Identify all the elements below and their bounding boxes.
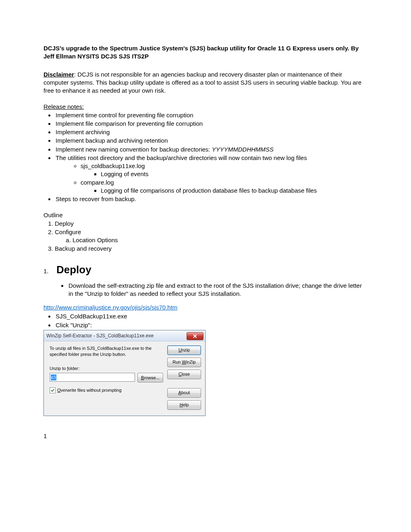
browse-button[interactable]: Browse... — [137, 373, 163, 382]
list-item: Location Options — [73, 236, 367, 244]
list-item: compare.log Logging of file comparisons … — [81, 179, 367, 195]
list-item: The utilities root directory and the bac… — [55, 154, 367, 195]
document-title: DCJS's upgrade to the Spectrum Justice S… — [44, 44, 367, 61]
unzip-button[interactable]: Unzip — [167, 345, 201, 355]
naming-format: YYYYMMDDHHMMSS — [212, 146, 274, 153]
list-item: Click "Unzip": — [55, 321, 367, 329]
dialog-body: To unzip all files in SJS_ColdBackup11xe… — [44, 341, 205, 416]
deploy-heading-row: 1. Deploy — [44, 263, 367, 277]
check-icon — [50, 388, 55, 393]
list-item: Implement new naming convention for back… — [55, 145, 367, 154]
dialog-button-column: Unzip Run WinZip Close About Help — [167, 345, 201, 410]
unzip-folder-label: Unzip to folder: — [50, 366, 163, 372]
dialog-left-panel: To unzip all files in SJS_ColdBackup11xe… — [50, 345, 167, 410]
page-number: 1 — [44, 432, 367, 440]
util-root-text: The utilities root directory and the bac… — [56, 154, 307, 161]
unzip-folder-input[interactable]: c:\ — [50, 373, 135, 382]
outline-label: Outline — [44, 211, 367, 219]
list-item: Logging of events — [101, 170, 367, 178]
list-item: Steps to recover from backup. — [55, 195, 367, 203]
about-button[interactable]: About — [167, 388, 201, 398]
release-notes-heading: Release notes: — [44, 103, 367, 111]
list-item: Logging of file comparisons of productio… — [101, 187, 367, 195]
close-icon — [193, 334, 197, 338]
list-item: Implement time control for preventing fi… — [55, 111, 367, 119]
list-item: Deploy — [55, 220, 367, 228]
close-dialog-button[interactable]: Close — [167, 370, 201, 379]
overwrite-checkbox-row: Overwrite files without prompting — [50, 387, 163, 393]
run-winzip-button[interactable]: Run WinZip — [167, 357, 201, 367]
list-item: Implement file comparison for preventing… — [55, 120, 367, 128]
disclaimer-text: : DCJS is not responsible for an agencie… — [44, 71, 361, 94]
list-item: Backup and recovery — [55, 245, 367, 253]
log-file-list: sjs_coldbackup11xe.log Logging of events… — [56, 162, 367, 195]
deploy-file-list: SJS_ColdBackup11xe.exe Click "Unzip": — [44, 312, 367, 329]
outline-list: Deploy Configure Location Options Backup… — [44, 220, 367, 253]
list-item: Download the self-extracting zip file an… — [68, 282, 367, 298]
folder-input-value: c:\ — [51, 374, 56, 380]
list-item: Configure Location Options — [55, 228, 367, 245]
dialog-title: WinZip Self-Extractor - SJS_ColdBackup11… — [46, 332, 154, 339]
list-item: Implement backup and archiving retention — [55, 137, 367, 145]
deploy-heading: Deploy — [56, 263, 91, 277]
disclaimer-paragraph: Disclaimer: DCJS is not responsible for … — [44, 71, 367, 95]
help-button[interactable]: Help — [167, 400, 201, 410]
outline-configure: Configure — [55, 229, 81, 235]
outline-sublist: Location Options — [55, 236, 367, 244]
log-desc-list: Logging of events — [81, 170, 367, 178]
release-notes-list: Implement time control for preventing fi… — [44, 111, 367, 204]
naming-text: Implement new naming convention for back… — [56, 146, 212, 153]
log-desc-list: Logging of file comparisons of productio… — [81, 187, 367, 195]
disclaimer-label: Disclaimer — [44, 71, 74, 78]
log-file-name: compare.log — [81, 179, 114, 186]
download-link[interactable]: http://www.criminaljustice.ny.gov/ojis/s… — [44, 304, 177, 311]
list-item: Implement archiving — [55, 128, 367, 136]
log-file-name: sjs_coldbackup11xe.log — [81, 162, 145, 169]
list-item: SJS_ColdBackup11xe.exe — [55, 312, 367, 320]
dialog-titlebar: WinZip Self-Extractor - SJS_ColdBackup11… — [44, 330, 205, 341]
list-item: sjs_coldbackup11xe.log Logging of events — [81, 162, 367, 179]
overwrite-checkbox[interactable] — [50, 387, 56, 393]
close-button[interactable] — [187, 332, 203, 340]
deploy-step-list: Download the self-extracting zip file an… — [44, 282, 367, 298]
unzip-folder-row: c:\ Browse... — [50, 373, 163, 382]
dialog-instructions: To unzip all files in SJS_ColdBackup11xe… — [50, 345, 163, 357]
winzip-dialog: WinZip Self-Extractor - SJS_ColdBackup11… — [44, 330, 206, 416]
overwrite-label: Overwrite files without prompting — [57, 387, 122, 393]
deploy-number: 1. — [44, 267, 56, 275]
